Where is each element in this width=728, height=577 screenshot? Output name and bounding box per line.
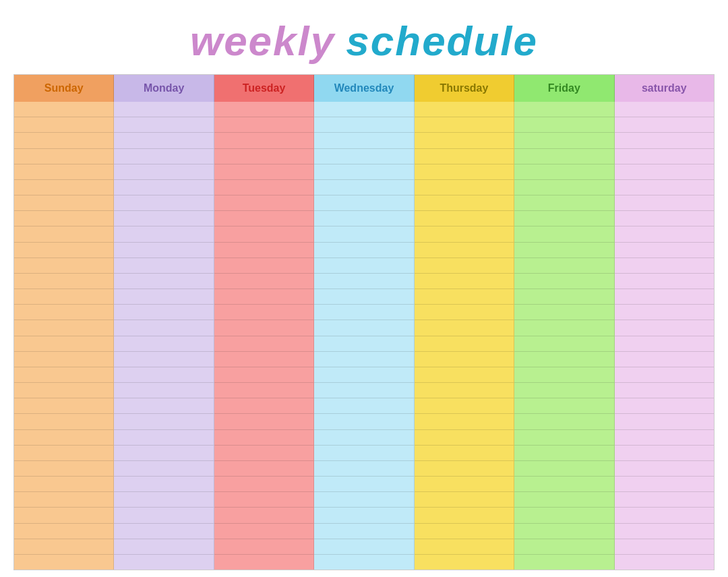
line-row[interactable] xyxy=(514,336,613,352)
line-row[interactable] xyxy=(214,305,313,320)
line-row[interactable] xyxy=(514,414,613,429)
line-row[interactable] xyxy=(615,133,714,148)
line-row[interactable] xyxy=(14,164,113,180)
line-row[interactable] xyxy=(314,336,413,352)
line-row[interactable] xyxy=(314,117,413,133)
line-row[interactable] xyxy=(514,492,613,508)
line-row[interactable] xyxy=(514,446,613,461)
line-row[interactable] xyxy=(114,539,213,555)
line-row[interactable] xyxy=(415,539,514,555)
line-row[interactable] xyxy=(615,477,714,492)
line-row[interactable] xyxy=(314,133,413,148)
line-row[interactable] xyxy=(114,352,213,367)
line-row[interactable] xyxy=(14,367,113,383)
line-row[interactable] xyxy=(514,508,613,523)
line-row[interactable] xyxy=(314,243,413,258)
line-row[interactable] xyxy=(14,555,113,570)
line-row[interactable] xyxy=(514,133,613,148)
line-row[interactable] xyxy=(14,336,113,352)
line-row[interactable] xyxy=(415,102,514,117)
line-row[interactable] xyxy=(615,539,714,555)
line-row[interactable] xyxy=(514,555,613,570)
line-row[interactable] xyxy=(14,226,113,242)
line-row[interactable] xyxy=(314,430,413,446)
line-row[interactable] xyxy=(214,446,313,461)
line-row[interactable] xyxy=(415,446,514,461)
line-row[interactable] xyxy=(615,180,714,195)
line-row[interactable] xyxy=(514,524,613,539)
line-row[interactable] xyxy=(615,102,714,117)
line-row[interactable] xyxy=(214,258,313,274)
line-row[interactable] xyxy=(114,195,213,211)
line-row[interactable] xyxy=(415,352,514,367)
day-column-friday[interactable] xyxy=(514,102,614,570)
line-row[interactable] xyxy=(615,320,714,336)
line-row[interactable] xyxy=(14,508,113,523)
line-row[interactable] xyxy=(415,492,514,508)
line-row[interactable] xyxy=(514,226,613,242)
line-row[interactable] xyxy=(214,367,313,383)
line-row[interactable] xyxy=(14,430,113,446)
line-row[interactable] xyxy=(114,226,213,242)
line-row[interactable] xyxy=(214,102,313,117)
line-row[interactable] xyxy=(415,289,514,305)
line-row[interactable] xyxy=(214,117,313,133)
line-row[interactable] xyxy=(415,367,514,383)
line-row[interactable] xyxy=(114,414,213,429)
line-row[interactable] xyxy=(615,164,714,180)
line-row[interactable] xyxy=(514,305,613,320)
day-column-monday[interactable] xyxy=(114,102,214,570)
line-row[interactable] xyxy=(114,117,213,133)
line-row[interactable] xyxy=(14,133,113,148)
line-row[interactable] xyxy=(114,258,213,274)
line-row[interactable] xyxy=(314,414,413,429)
line-row[interactable] xyxy=(615,336,714,352)
line-row[interactable] xyxy=(214,352,313,367)
line-row[interactable] xyxy=(415,320,514,336)
line-row[interactable] xyxy=(514,320,613,336)
line-row[interactable] xyxy=(214,133,313,148)
line-row[interactable] xyxy=(214,274,313,289)
line-row[interactable] xyxy=(615,398,714,414)
line-row[interactable] xyxy=(415,430,514,446)
line-row[interactable] xyxy=(214,336,313,352)
line-row[interactable] xyxy=(214,461,313,477)
line-row[interactable] xyxy=(214,555,313,570)
line-row[interactable] xyxy=(14,289,113,305)
line-row[interactable] xyxy=(415,414,514,429)
line-row[interactable] xyxy=(415,180,514,195)
line-row[interactable] xyxy=(114,430,213,446)
line-row[interactable] xyxy=(415,243,514,258)
line-row[interactable] xyxy=(214,492,313,508)
line-row[interactable] xyxy=(514,539,613,555)
line-row[interactable] xyxy=(214,477,313,492)
line-row[interactable] xyxy=(615,352,714,367)
line-row[interactable] xyxy=(114,383,213,398)
line-row[interactable] xyxy=(314,492,413,508)
line-row[interactable] xyxy=(14,195,113,211)
line-row[interactable] xyxy=(615,289,714,305)
line-row[interactable] xyxy=(14,274,113,289)
line-row[interactable] xyxy=(214,320,313,336)
line-row[interactable] xyxy=(415,258,514,274)
line-row[interactable] xyxy=(214,398,313,414)
line-row[interactable] xyxy=(114,164,213,180)
line-row[interactable] xyxy=(415,336,514,352)
line-row[interactable] xyxy=(514,180,613,195)
line-row[interactable] xyxy=(514,258,613,274)
line-row[interactable] xyxy=(615,243,714,258)
day-column-tuesday[interactable] xyxy=(214,102,314,570)
day-column-saturday[interactable] xyxy=(615,102,714,570)
line-row[interactable] xyxy=(514,195,613,211)
line-row[interactable] xyxy=(314,149,413,164)
line-row[interactable] xyxy=(114,133,213,148)
line-row[interactable] xyxy=(114,102,213,117)
line-row[interactable] xyxy=(14,320,113,336)
line-row[interactable] xyxy=(615,274,714,289)
line-row[interactable] xyxy=(314,398,413,414)
line-row[interactable] xyxy=(314,352,413,367)
line-row[interactable] xyxy=(415,133,514,148)
line-row[interactable] xyxy=(114,180,213,195)
line-row[interactable] xyxy=(314,555,413,570)
line-row[interactable] xyxy=(314,446,413,461)
